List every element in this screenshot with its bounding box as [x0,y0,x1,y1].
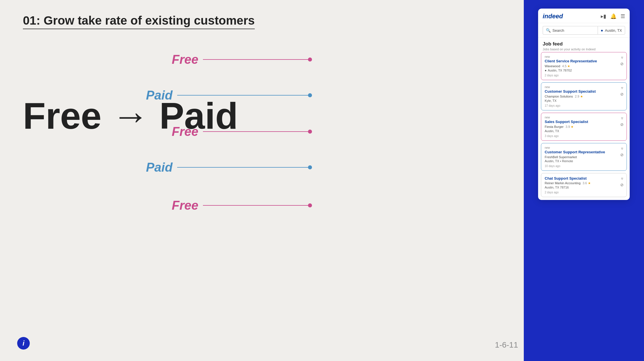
job-location-5: Austin, TX 78716 [545,186,623,189]
job-feed-section: Job feed Jobs based on your activity on … [538,38,630,52]
job-badge-4: new [545,146,623,149]
chat-icon[interactable]: ▸▮ [601,13,606,19]
job-age-1: 2 days ago [545,74,623,77]
label-paid-1: Paid [146,88,312,102]
search-bar: 🔍 Search ● Austin, TX [538,23,630,38]
job-card-5[interactable]: Chat Support Specialist Reiner Markin Ac… [541,173,627,197]
menu-icon[interactable]: ☰ [621,13,625,19]
location-field[interactable]: ● Austin, TX [598,26,625,35]
label-free-3: Free [172,198,312,213]
free-line-1 [203,59,308,60]
free-dot-2 [308,130,312,134]
job-title-3: Sales Support Specialist [545,120,623,124]
card-actions-3: ▿ ⊘ [620,116,624,127]
job-title-4: Customer Support Representative [545,150,623,155]
indeed-header: indeed ▸▮ 🔔 ☰ [538,9,630,23]
paid-line-1 [177,95,308,96]
job-company-3: Fiesta Burger 3.9 ★ [545,125,623,129]
indeed-logo: indeed [543,13,563,20]
free-line-3 [203,205,308,206]
indeed-panel: indeed ▸▮ 🔔 ☰ 🔍 Search ● Austin, TX Job … [538,9,630,200]
slide-title-text: 01: Grow take rate of existing customers [23,14,255,27]
job-card-1[interactable]: new Client Service Representative Wavewo… [541,52,627,80]
slide-number: 1-6-11 [495,340,518,350]
job-company-5: Reiner Markin Accounting 3.6 ★ [545,181,623,185]
job-location-1: ● Austin, TX 78702 [545,69,623,72]
job-age-4: 10 days ago [545,164,623,168]
paid-dot-2 [308,165,312,169]
card-actions-4: ▿ ⊘ [620,146,624,157]
hide-icon-1[interactable]: ⊘ [620,62,624,66]
label-free-2: Free [172,124,312,139]
job-badge-1: new [545,55,623,58]
free-dot-3 [308,203,312,207]
slide-title: 01: Grow take rate of existing customers [23,14,255,29]
label-free-1: Free [172,52,312,67]
job-age-2: 17 days ago [545,104,623,107]
job-company-1: Wavewood 4.5 ★ [545,64,623,68]
bookmark-icon-3[interactable]: ▿ [621,116,623,120]
search-input-label: Search [552,28,564,33]
search-field[interactable]: 🔍 Search [543,26,598,35]
card-actions-1: ▿ ⊘ [620,55,624,66]
location-pin-icon: ● [601,28,603,33]
bookmark-icon-1[interactable]: ▿ [621,55,623,60]
bookmark-icon-4[interactable]: ▿ [621,146,623,151]
job-feed-title: Job feed [543,41,625,47]
job-company-4: FreshBell Supermarket [545,155,623,159]
job-badge-3: new [545,116,623,119]
search-icon: 🔍 [546,28,551,33]
hide-icon-3[interactable]: ⊘ [620,122,624,127]
job-location-3: Austin, TX [545,129,623,133]
location-text: Austin, TX [605,28,622,33]
job-cards-list: new Client Service Representative Wavewo… [538,52,630,200]
info-icon: i [17,337,30,350]
job-title-1: Client Service Representative [545,59,623,64]
job-card-4[interactable]: new Customer Support Representative Fres… [541,143,627,171]
bookmark-icon-2[interactable]: ▿ [621,86,623,90]
card-actions-5: ▿ ⊘ [620,176,624,187]
job-badge-2: new [545,86,623,89]
bookmark-icon-5[interactable]: ▿ [621,176,623,181]
job-location-4: Austin, TX • Remote [545,159,623,163]
job-card-2[interactable]: new Customer Support Specialist Champion… [541,82,627,110]
job-title-5: Chat Support Specialist [545,176,623,181]
hide-icon-4[interactable]: ⊘ [620,152,624,157]
bell-icon[interactable]: 🔔 [610,13,617,19]
hide-icon-5[interactable]: ⊘ [620,183,624,187]
card-actions-2: ▿ ⊘ [620,86,624,96]
paid-line-2 [177,167,308,168]
job-company-2: Champion Solutions 2.9 ★ [545,95,623,98]
header-icons: ▸▮ 🔔 ☰ [601,13,625,19]
free-line-2 [203,131,308,132]
job-age-5: 2 days ago [545,191,623,194]
job-location-2: Kyle, TX [545,99,623,102]
hide-icon-2[interactable]: ⊘ [620,92,624,96]
job-feed-subtitle: Jobs based on your activity on Indeed [543,47,625,51]
free-dot-1 [308,57,312,62]
paid-dot-1 [308,93,312,97]
job-card-3[interactable]: new Sales Support Specialist Fiesta Burg… [541,113,627,141]
label-paid-2: Paid [146,160,312,174]
job-title-2: Customer Support Specialist [545,89,623,94]
job-age-3: 3 days ago [545,134,623,138]
